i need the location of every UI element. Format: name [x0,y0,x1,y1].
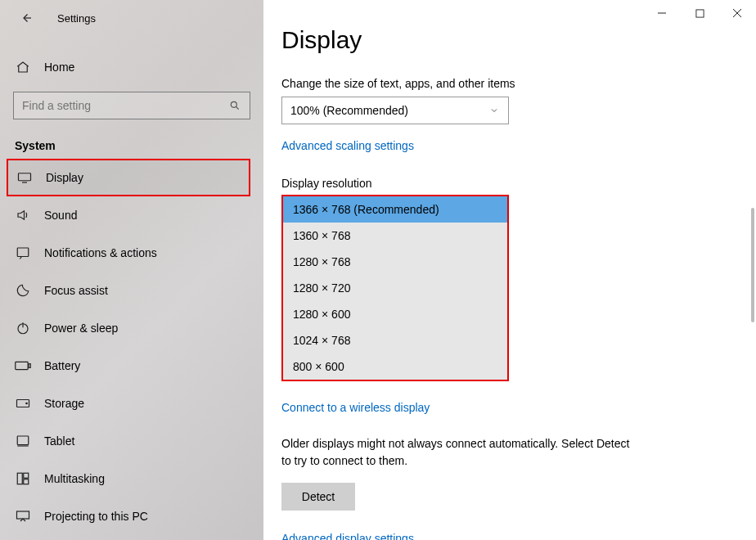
scale-dropdown[interactable]: 100% (Recommended) [281,97,509,124]
svg-rect-1 [19,173,31,181]
close-icon [732,8,742,18]
detect-button[interactable]: Detect [281,483,355,511]
resolution-option[interactable]: 1280 × 720 [283,275,507,301]
back-arrow-icon [19,11,34,25]
svg-point-7 [26,403,28,404]
svg-rect-9 [17,473,22,484]
display-icon [16,169,33,186]
svg-rect-2 [17,248,29,257]
sidebar-item-battery[interactable]: Battery [0,347,263,385]
resolution-option[interactable]: 1024 × 768 [283,327,507,353]
sidebar-item-multitasking[interactable]: Multitasking [0,460,263,497]
sidebar-item-label: Tablet [44,434,74,448]
home-label: Home [44,61,74,74]
projecting-icon [15,508,31,524]
advanced-display-link[interactable]: Advanced display settings [281,532,722,540]
scrollbar-thumb[interactable] [751,208,754,322]
chevron-down-icon [488,105,500,116]
maximize-button[interactable] [681,0,718,26]
sound-icon [15,207,31,223]
svg-rect-5 [29,364,30,368]
sidebar-item-projecting[interactable]: Projecting to this PC [0,497,263,535]
scale-value: 100% (Recommended) [290,104,408,117]
close-button[interactable] [718,0,756,26]
sidebar-item-label: Storage [44,397,84,410]
sidebar-item-power-sleep[interactable]: Power & sleep [0,309,263,347]
notifications-icon [15,245,31,261]
tablet-icon [15,433,31,449]
sidebar-item-display[interactable]: Display [7,159,250,196]
sidebar-item-label: Notifications & actions [44,246,157,259]
svg-rect-4 [16,362,28,369]
window-controls [643,0,756,26]
resolution-option[interactable]: 1366 × 768 (Recommended) [283,196,507,223]
storage-icon [15,395,31,412]
resolution-label: Display resolution [281,177,722,190]
svg-rect-12 [17,511,29,519]
power-icon [15,320,31,336]
sidebar-item-focus-assist[interactable]: Focus assist [0,272,263,309]
sidebar-item-storage[interactable]: Storage [0,385,263,422]
wireless-display-link[interactable]: Connect to a wireless display [281,401,722,414]
sidebar-item-label: Multitasking [44,472,105,485]
sidebar-item-label: Battery [44,359,80,372]
svg-point-0 [231,101,236,107]
older-displays-note: Older displays might not always connect … [281,435,641,470]
resolution-option[interactable]: 1360 × 768 [283,223,507,249]
focus-assist-icon [15,282,31,299]
resolution-option[interactable]: 1280 × 600 [283,301,507,327]
svg-rect-10 [24,473,29,478]
search-input[interactable] [22,99,228,112]
advanced-scaling-link[interactable]: Advanced scaling settings [281,139,722,152]
search-box[interactable] [13,92,250,119]
content-area: Display Change the size of text, apps, a… [263,0,722,540]
back-button[interactable] [15,7,38,29]
sidebar-group-label: System [15,139,263,152]
home-icon [15,60,31,74]
search-icon [228,99,241,112]
sidebar-item-home[interactable]: Home [0,51,263,83]
maximize-icon [695,9,704,18]
svg-rect-8 [17,436,29,445]
app-title: Settings [57,12,96,25]
resolution-option[interactable]: 800 × 600 [283,353,507,380]
main-panel: Display Change the size of text, apps, a… [263,0,756,540]
sidebar-item-label: Focus assist [44,284,108,297]
scale-label: Change the size of text, apps, and other… [281,77,722,90]
sidebar-item-label: Sound [44,209,77,222]
sidebar-header: Settings [0,0,263,36]
sidebar: Settings Home System Display Sound [0,0,263,540]
battery-icon [15,358,31,374]
page-title: Display [281,26,722,54]
sidebar-item-sound[interactable]: Sound [0,196,263,234]
search-wrap [13,92,250,119]
svg-rect-11 [24,479,29,484]
sidebar-nav-list: Display Sound Notifications & actions Fo… [0,159,263,535]
svg-rect-13 [695,9,703,16]
sidebar-item-label: Power & sleep [44,322,118,335]
sidebar-item-tablet[interactable]: Tablet [0,422,263,460]
resolution-option[interactable]: 1280 × 768 [283,249,507,275]
sidebar-item-label: Projecting to this PC [44,510,148,523]
sidebar-item-label: Display [46,171,83,184]
resolution-dropdown-open[interactable]: 1366 × 768 (Recommended) 1360 × 768 1280… [281,195,509,381]
minimize-button[interactable] [643,0,681,26]
minimize-icon [657,8,667,18]
sidebar-item-notifications[interactable]: Notifications & actions [0,234,263,272]
multitasking-icon [15,470,31,487]
